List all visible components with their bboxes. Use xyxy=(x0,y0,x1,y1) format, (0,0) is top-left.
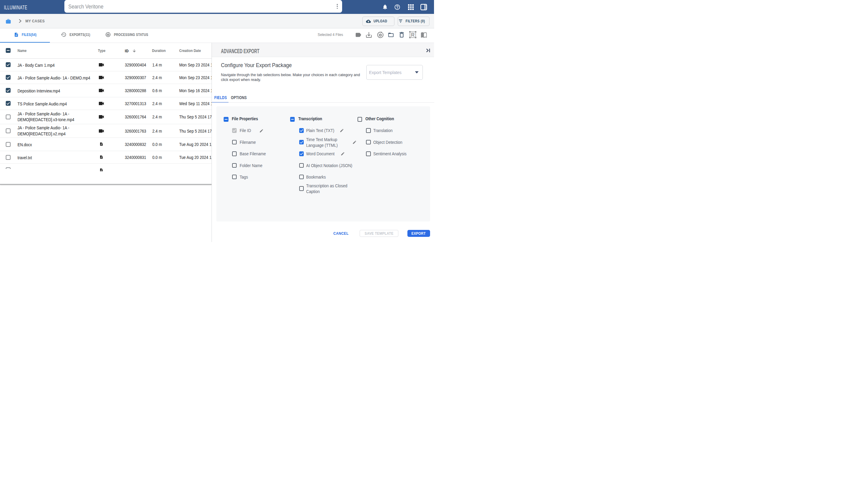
svg-text:R: R xyxy=(411,32,415,37)
